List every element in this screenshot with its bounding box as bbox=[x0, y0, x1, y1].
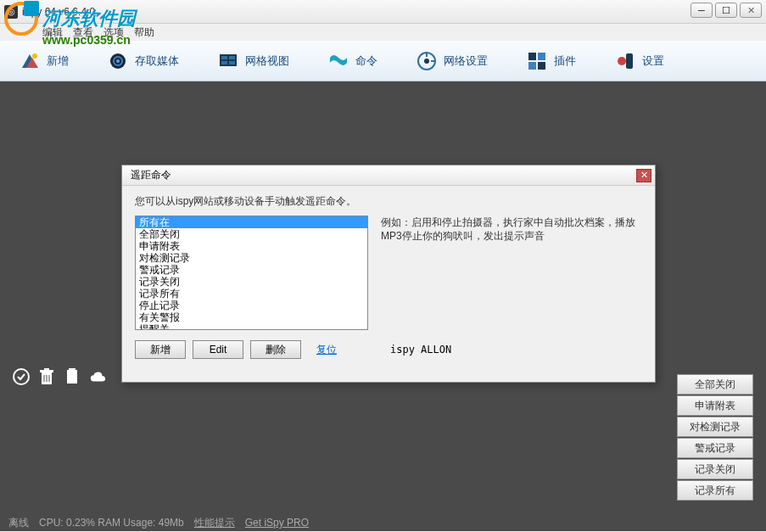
toolbar-plugin-label: 插件 bbox=[554, 53, 576, 69]
maximize-button[interactable]: ☐ bbox=[715, 3, 737, 18]
menu-view[interactable]: 查看 bbox=[73, 25, 93, 40]
perf-link[interactable]: 性能提示 bbox=[194, 516, 235, 530]
remote-command-dialog: 遥距命令 ✕ 您可以从ispy网站或移动设备手动触发遥距命令。 所有在 全部关闭… bbox=[121, 165, 656, 383]
panel-btn-1[interactable]: 全部关闭 bbox=[677, 374, 753, 395]
svg-rect-18 bbox=[538, 62, 545, 70]
toolbar-grid[interactable]: 网格视图 bbox=[211, 48, 296, 75]
svg-point-5 bbox=[116, 59, 120, 63]
menu-help[interactable]: 帮助 bbox=[134, 25, 154, 40]
svg-rect-16 bbox=[538, 53, 545, 60]
toolbar: 新增 存取媒体 网格视图 命令 网络设置 插件 设置 bbox=[0, 41, 766, 81]
right-panel: 所有在 全部关闭 申请附表 对检测记录 警戒记录 记录关闭 记录所有 bbox=[677, 353, 753, 501]
svg-rect-23 bbox=[40, 370, 53, 372]
toolbar-plugin[interactable]: 插件 bbox=[520, 48, 583, 75]
toolbar-cmd-label: 命令 bbox=[355, 53, 377, 69]
dialog-close-button[interactable]: ✕ bbox=[636, 169, 651, 182]
svg-rect-8 bbox=[229, 56, 235, 59]
svg-rect-24 bbox=[44, 368, 49, 370]
toolbar-media[interactable]: 存取媒体 bbox=[101, 48, 186, 75]
menu-options[interactable]: 选项 bbox=[103, 25, 124, 40]
list-item[interactable]: 全部关闭 bbox=[136, 228, 367, 240]
minimize-button[interactable]: ─ bbox=[691, 3, 713, 18]
toolbar-add-label: 新增 bbox=[47, 53, 69, 69]
network-icon bbox=[417, 51, 437, 71]
svg-rect-10 bbox=[229, 61, 235, 64]
dialog-description: 您可以从ispy网站或移动设备手动触发遥距命令。 bbox=[135, 194, 642, 209]
toolbar-settings[interactable]: 设置 bbox=[608, 48, 671, 75]
status-text: 离线 bbox=[8, 516, 29, 530]
panel-btn-3[interactable]: 对检测记录 bbox=[677, 417, 753, 437]
grid-icon bbox=[218, 51, 238, 71]
app-icon: ◎ bbox=[4, 5, 18, 19]
add-icon bbox=[20, 51, 40, 71]
panel-btn-5[interactable]: 记录关闭 bbox=[677, 459, 753, 479]
dialog-example-text: 例如：启用和停止拍摄器，执行家中自动批次档案，播放MP3停止你的狗吠叫，发出提示… bbox=[381, 216, 642, 330]
titlebar: ◎ iSpy 64 v6.6.4.0 ─ ☐ ✕ bbox=[0, 0, 766, 24]
statusbar: 离线 CPU: 0.23% RAM Usage: 49Mb 性能提示 Get i… bbox=[0, 514, 766, 531]
svg-rect-19 bbox=[626, 53, 633, 69]
toolbar-grid-label: 网格视图 bbox=[245, 53, 289, 69]
menu-edit[interactable]: 编辑 bbox=[42, 25, 63, 40]
toolbar-network-label: 网络设置 bbox=[444, 53, 488, 69]
panel-btn-2[interactable]: 申请附表 bbox=[677, 395, 753, 416]
menubar: 编辑 查看 选项 帮助 bbox=[0, 24, 766, 41]
list-item[interactable]: 停止记录 bbox=[136, 300, 367, 311]
list-item[interactable]: 申请附表 bbox=[136, 240, 367, 252]
add-button[interactable]: 新增 bbox=[135, 340, 186, 359]
delete-button[interactable]: 删除 bbox=[250, 340, 301, 359]
toolbar-network[interactable]: 网络设置 bbox=[410, 48, 495, 75]
svg-rect-7 bbox=[221, 56, 227, 59]
command-text: ispy ALLON bbox=[390, 344, 451, 356]
cmd-icon bbox=[328, 51, 349, 71]
panel-btn-6[interactable]: 记录所有 bbox=[677, 480, 753, 501]
panel-btn-4[interactable]: 警戒记录 bbox=[677, 438, 753, 458]
main-area: 所有在 全部关闭 申请附表 对检测记录 警戒记录 记录关闭 记录所有 遥距命令 … bbox=[0, 81, 766, 514]
close-button[interactable]: ✕ bbox=[740, 3, 762, 18]
svg-point-2 bbox=[32, 53, 37, 59]
toolbar-media-label: 存取媒体 bbox=[135, 53, 179, 69]
svg-point-12 bbox=[424, 59, 429, 64]
toolbar-add[interactable]: 新增 bbox=[13, 48, 75, 75]
dialog-title: 遥距命令 bbox=[131, 168, 171, 182]
svg-point-20 bbox=[618, 57, 626, 65]
svg-rect-29 bbox=[69, 368, 75, 372]
file-icon[interactable] bbox=[64, 368, 81, 385]
cpu-text: CPU: 0.23% RAM Usage: 49Mb bbox=[39, 517, 184, 529]
edit-button[interactable]: Edit bbox=[193, 340, 243, 359]
list-item[interactable]: 提醒关 bbox=[136, 323, 367, 330]
plugin-icon bbox=[527, 51, 547, 71]
list-item[interactable]: 记录所有 bbox=[136, 288, 367, 300]
settings-icon bbox=[615, 51, 635, 71]
svg-rect-15 bbox=[528, 53, 536, 60]
list-item[interactable]: 所有在 bbox=[136, 216, 367, 228]
pro-link[interactable]: Get iSpy PRO bbox=[245, 517, 309, 529]
svg-point-21 bbox=[14, 369, 29, 384]
command-listbox[interactable]: 所有在 全部关闭 申请附表 对检测记录 警戒记录 记录关闭 记录所有 停止记录 … bbox=[135, 216, 368, 330]
svg-rect-9 bbox=[221, 61, 227, 64]
svg-rect-28 bbox=[67, 370, 77, 384]
toolbar-settings-label: 设置 bbox=[642, 53, 664, 69]
svg-rect-17 bbox=[528, 62, 536, 70]
list-item[interactable]: 记录关闭 bbox=[136, 276, 367, 288]
list-item[interactable]: 警戒记录 bbox=[136, 264, 367, 276]
window-title: iSpy 64 v6.6.4.0 bbox=[22, 6, 95, 18]
check-icon[interactable] bbox=[13, 368, 30, 385]
list-item[interactable]: 对检测记录 bbox=[136, 252, 367, 264]
cloud-icon[interactable] bbox=[89, 368, 106, 385]
reset-link[interactable]: 复位 bbox=[316, 343, 337, 357]
media-icon bbox=[108, 51, 128, 71]
toolbar-cmd[interactable]: 命令 bbox=[321, 48, 384, 75]
delete-icon[interactable] bbox=[38, 368, 55, 385]
list-item[interactable]: 有关警报 bbox=[136, 311, 367, 323]
